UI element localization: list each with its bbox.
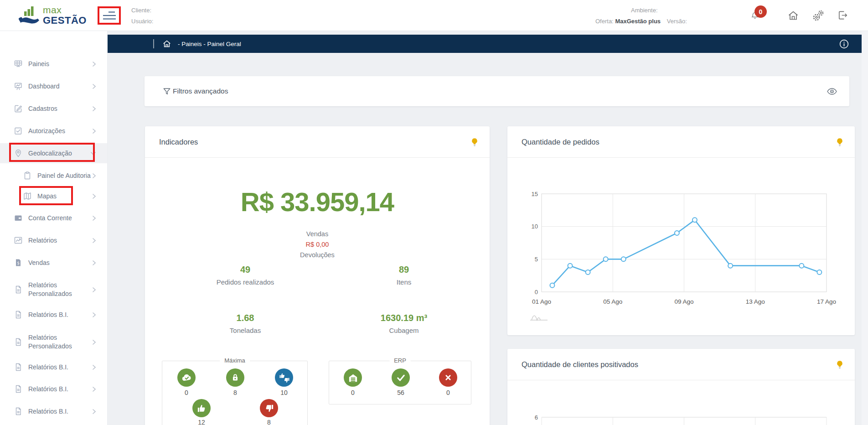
edit-icon — [14, 104, 23, 113]
warehouse-badge[interactable] — [344, 368, 362, 387]
home-button[interactable] — [787, 10, 799, 23]
clientes-card-header: Quantidade de clientes positivados — [507, 349, 855, 380]
invoice-icon: $ — [14, 258, 23, 267]
info-icon — [839, 39, 849, 49]
breadcrumb-home-button[interactable] — [162, 39, 171, 50]
sidebar-item-relatórios-personalizados[interactable]: Relatórios Personalizados — [0, 329, 108, 355]
sidebar-item-label: Relatórios Personalizados — [28, 333, 88, 351]
chevron-right-icon — [93, 84, 96, 89]
doc-icon — [14, 384, 23, 394]
pin-icon — [14, 149, 23, 158]
chevron-right-icon — [93, 173, 96, 178]
thumb-up-badge[interactable] — [192, 399, 211, 417]
chevron-right-icon — [93, 238, 96, 243]
sidebar-item-relatórios-bi[interactable]: Relatórios B.I. — [0, 305, 108, 325]
chart-navigator-icon — [530, 316, 548, 320]
stat-label: Cubagem — [336, 327, 472, 334]
group-legend: ERP — [389, 357, 411, 364]
lightbulb-icon[interactable] — [835, 360, 845, 372]
home-icon — [787, 10, 799, 21]
lightbulb-icon[interactable] — [470, 137, 480, 149]
cloud-check-badge[interactable] — [177, 368, 196, 387]
chevron-right-icon — [93, 260, 96, 265]
sidebar-item-relatórios-bi[interactable]: Relatórios B.I. — [0, 379, 108, 399]
vendas-label: Vendas — [145, 230, 490, 238]
sidebar-item-conta-corrente[interactable]: Conta Corrente — [0, 208, 108, 228]
lock-badge[interactable] — [226, 368, 244, 387]
lightbulb-icon[interactable] — [835, 137, 845, 149]
ambiente-label: Ambiente: — [631, 7, 658, 14]
sidebar-item-label: Relatórios B.I. — [28, 363, 88, 372]
svg-text:09 Ago: 09 Ago — [674, 298, 693, 305]
sidebar-item-cadastros[interactable]: Cadastros — [0, 98, 108, 119]
oferta-value: MaxGestão plus — [615, 18, 661, 25]
chevron-right-icon — [93, 216, 96, 221]
chevron-right-icon — [93, 340, 96, 345]
badge-value: 10 — [270, 389, 298, 396]
logo-line2: GESTÃO — [43, 16, 87, 26]
home-icon — [162, 39, 171, 48]
advanced-filters-panel[interactable]: Filtros avançados — [145, 76, 849, 106]
stat-value: 1.68 — [177, 313, 314, 323]
doc-icon — [14, 310, 23, 319]
badge-value: 0 — [434, 389, 462, 396]
badge-value: 0 — [339, 389, 367, 396]
page-scrollbar[interactable] — [862, 31, 868, 425]
chevron-right-icon — [93, 129, 96, 134]
stat-cubagem: 1630.19 m³Cubagem — [336, 313, 472, 334]
devolucoes-value: R$ 0,00 — [145, 241, 490, 248]
quantidade-pedidos-card: Quantidade de pedidos 05101501 Ago05 Ago… — [507, 126, 855, 335]
sidebar-item-geolocalização[interactable]: Geolocalização — [0, 143, 108, 163]
svg-text:13 Ago: 13 Ago — [746, 298, 765, 305]
sidebar-item-label: Cadastros — [28, 104, 88, 113]
sidebar-item-painel-de-auditoria[interactable]: Painel de Auditoria — [0, 166, 108, 186]
thumb-down-badge[interactable] — [260, 399, 278, 417]
chevron-right-icon — [93, 62, 96, 67]
max-gestao-logo-text: max GESTÃO — [43, 5, 87, 26]
page-info-button[interactable] — [839, 39, 849, 51]
logout-button[interactable] — [837, 10, 848, 23]
sidebar-nav: PaineisDashboardCadastrosAutorizaçõesGeo… — [0, 31, 108, 425]
sidebar-item-dashboard[interactable]: Dashboard — [0, 76, 108, 96]
svg-text:17 Ago: 17 Ago — [817, 298, 836, 305]
sidebar-item-relatórios-bi[interactable]: Relatórios B.I. — [0, 357, 108, 377]
thumbs-pair-badge[interactable] — [275, 368, 293, 387]
chevron-right-icon — [93, 194, 96, 199]
funnel-icon — [163, 87, 171, 98]
max-gestao-dashboard: { "app": { "logo_line1": "max", "logo_li… — [0, 0, 868, 425]
sidebar-item-relatórios[interactable]: Relatórios — [0, 230, 108, 250]
check-square-icon — [14, 126, 23, 135]
sidebar-item-paineis[interactable]: Paineis — [0, 54, 108, 74]
x-mark-badge[interactable] — [439, 368, 457, 387]
sidebar-item-label: Relatórios — [28, 236, 88, 245]
sidebar-item-relatórios-personalizados[interactable]: Relatórios Personalizados — [0, 277, 108, 302]
sidebar-item-mapas[interactable]: Mapas — [0, 186, 108, 206]
sidebar-item-relatórios-bi[interactable]: Relatórios B.I. — [0, 401, 108, 421]
chevron-right-icon — [93, 409, 96, 414]
clientes-line-chart[interactable]: 6 — [521, 397, 840, 425]
sidebar-item-label: Dashboard — [28, 82, 88, 91]
sidebar-toggle-button[interactable] — [98, 6, 121, 25]
sidebar-item-label: Paineis — [28, 60, 88, 68]
stat-value: 89 — [336, 264, 472, 275]
oferta-label: Oferta: — [595, 18, 614, 25]
check-badge[interactable] — [392, 368, 410, 387]
sidebar-item-autorizações[interactable]: Autorizações — [0, 121, 108, 141]
logo-line1: max — [43, 5, 87, 15]
toggle-filters-visibility-button[interactable] — [827, 88, 837, 97]
pedidos-line-chart[interactable]: 05101501 Ago05 Ago09 Ago13 Ago17 Ago — [521, 179, 840, 332]
notifications-button[interactable]: 0 — [750, 5, 768, 25]
chevron-right-icon — [93, 365, 96, 370]
svg-text:10: 10 — [532, 223, 538, 230]
exit-icon — [837, 10, 848, 21]
stat-pedidos-realizados: 49Pedidos realizados — [177, 264, 314, 286]
versao-label: Versão: — [667, 18, 687, 25]
gears-icon — [812, 9, 825, 22]
settings-button[interactable] — [812, 9, 825, 24]
main-content: - Paineis - Painel Geral Filtros avançad… — [108, 31, 868, 425]
sidebar-item-vendas[interactable]: $Vendas — [0, 253, 108, 273]
group-erp: ERP0560 — [329, 361, 471, 404]
sidebar-item-label: Painel de Auditoria — [37, 171, 98, 180]
sidebar-item-label: Relatórios B.I. — [28, 311, 88, 319]
top-header: max GESTÃO Cliente: Usuário: Ambiente: O… — [0, 0, 868, 31]
